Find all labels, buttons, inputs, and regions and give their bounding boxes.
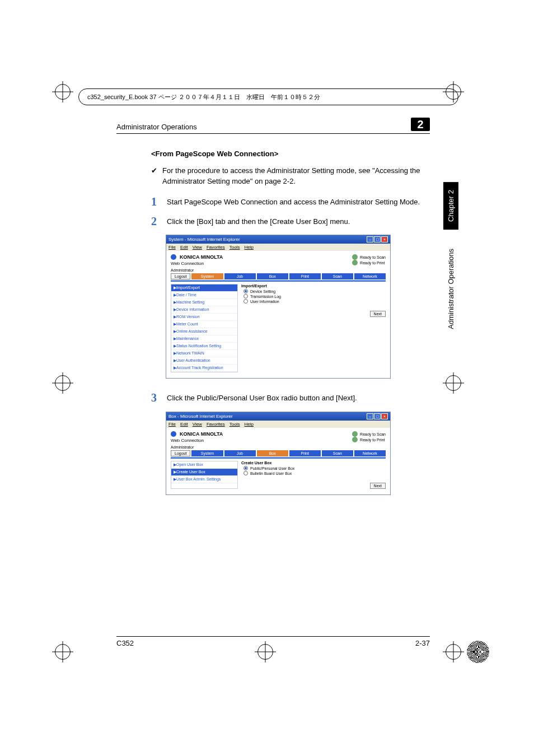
nav-online[interactable]: ▶Online Assistance xyxy=(171,328,237,335)
next-button[interactable]: Next xyxy=(370,311,386,317)
nav-user-auth[interactable]: ▶User Authentication xyxy=(171,357,237,365)
registration-mark xyxy=(55,375,71,391)
menu-view[interactable]: View xyxy=(193,422,202,427)
connection-row: Web Connection xyxy=(171,261,223,266)
status-print: Ready to Print xyxy=(360,438,385,442)
next-button[interactable]: Next xyxy=(370,483,386,489)
nav-status-notif[interactable]: ▶Status Notification Setting xyxy=(171,343,237,350)
brand-name: KONICA MINOLTA xyxy=(180,431,223,437)
menu-help[interactable]: Help xyxy=(244,422,253,427)
nav-create-user-box[interactable]: ▶Create User Box xyxy=(171,469,237,476)
maximize-icon[interactable]: □ xyxy=(374,413,381,419)
radio-transmission-log[interactable]: Transmission Log xyxy=(243,294,386,298)
tab-box[interactable]: Box xyxy=(257,273,288,279)
side-tab-title: Administrator Operations xyxy=(443,241,458,337)
registration-mark xyxy=(55,644,71,660)
admin-label: Administrator xyxy=(171,268,386,272)
tab-scan[interactable]: Scan xyxy=(322,273,353,279)
nav-maintenance[interactable]: ▶Maintenance xyxy=(171,335,237,343)
tab-print[interactable]: Print xyxy=(289,273,321,279)
tab-box[interactable]: Box xyxy=(257,450,288,456)
menu-edit[interactable]: Edit xyxy=(180,245,188,250)
menu-file[interactable]: File xyxy=(168,422,176,427)
printer-icon xyxy=(352,437,358,442)
divider xyxy=(171,457,386,459)
registration-mark xyxy=(55,84,71,100)
step-number: 1 xyxy=(151,196,167,208)
nav-machine[interactable]: ▶Machine Setting xyxy=(171,299,237,306)
window-controls: – □ × xyxy=(367,413,388,419)
admin-label: Administrator xyxy=(171,445,386,449)
menu-tools[interactable]: Tools xyxy=(229,245,240,250)
tab-row: Logout System Job Box Print Scan Network xyxy=(171,450,386,456)
divider xyxy=(171,280,386,282)
maximize-icon[interactable]: □ xyxy=(374,236,381,242)
scanner-icon xyxy=(352,431,358,437)
minimize-icon[interactable]: – xyxy=(367,236,373,242)
nav-device-info[interactable]: ▶Device Information xyxy=(171,306,237,314)
menu-help[interactable]: Help xyxy=(244,245,253,250)
menu-favorites[interactable]: Favorites xyxy=(207,422,225,427)
menu-file[interactable]: File xyxy=(168,245,176,250)
tab-network[interactable]: Network xyxy=(354,450,386,456)
radio-bulletin[interactable]: Bulletin Board User Box xyxy=(243,471,386,475)
footer-page: 2-37 xyxy=(415,639,430,647)
connection-label: Web Connection xyxy=(171,261,204,266)
step-number: 2 xyxy=(151,216,167,227)
scanner-icon xyxy=(352,254,358,260)
registration-mark xyxy=(446,644,461,660)
step-1: 1 Start PageScope Web Connection and acc… xyxy=(151,196,430,208)
nav-twain[interactable]: ▶Network TWAIN xyxy=(171,350,237,357)
close-icon[interactable]: × xyxy=(381,413,388,419)
steps: 1 Start PageScope Web Connection and acc… xyxy=(151,196,430,227)
logout-button[interactable]: Logout xyxy=(171,273,190,279)
tab-print[interactable]: Print xyxy=(289,450,321,456)
tab-scan[interactable]: Scan xyxy=(322,450,353,456)
nav-import-export[interactable]: ▶Import/Export xyxy=(171,284,237,292)
close-icon[interactable]: × xyxy=(381,236,388,242)
nav-date-time[interactable]: ▶Date / Time xyxy=(171,292,237,299)
starburst-icon xyxy=(467,641,489,663)
step-text: Start PageScope Web Connection and acces… xyxy=(167,196,420,208)
radio-public-personal[interactable]: Public/Personal User Box xyxy=(243,466,386,470)
radio-user-info[interactable]: User Information xyxy=(243,299,386,304)
page-content: Administrator Operations 2 <From PageSco… xyxy=(116,118,430,508)
right-panel: Create User Box Public/Personal User Box… xyxy=(241,461,386,489)
footer-model: C352 xyxy=(116,639,134,647)
tab-job[interactable]: Job xyxy=(224,273,256,279)
status-print: Ready to Print xyxy=(360,261,385,265)
nav-rom[interactable]: ▶ROM Version xyxy=(171,314,237,321)
right-panel: Import/Export Device Setting Transmissio… xyxy=(241,284,386,372)
status-scan: Ready to Scan xyxy=(360,255,386,259)
tab-system[interactable]: System xyxy=(191,450,223,456)
ie-title: Box - Microsoft Internet Explorer xyxy=(168,414,233,419)
tab-network[interactable]: Network xyxy=(354,273,386,279)
nav-account-track[interactable]: ▶Account Track Registration xyxy=(171,365,237,372)
nav-user-box-admin[interactable]: ▶User Box Admin. Settings xyxy=(171,476,237,483)
ie-titlebar: System - Microsoft Internet Explorer – □… xyxy=(166,235,390,244)
brand-row: KONICA MINOLTA xyxy=(171,254,223,260)
status-column: Ready to Scan Ready to Print xyxy=(352,431,386,445)
menu-tools[interactable]: Tools xyxy=(229,422,240,427)
nav-meter[interactable]: ▶Meter Count xyxy=(171,321,237,328)
menu-view[interactable]: View xyxy=(193,245,202,250)
ie-body: KONICA MINOLTA Web Connection Ready to S… xyxy=(166,428,390,494)
page-footer: C352 2-37 xyxy=(116,636,430,647)
tab-job[interactable]: Job xyxy=(224,450,256,456)
step-text: Click the Public/Personal User Box radio… xyxy=(167,392,357,404)
ie-body: KONICA MINOLTA Web Connection Ready to S… xyxy=(166,251,390,378)
menu-edit[interactable]: Edit xyxy=(180,422,188,427)
section-title: Administrator Operations xyxy=(116,123,197,131)
left-nav: ▶Import/Export ▶Date / Time ▶Machine Set… xyxy=(171,284,238,372)
panel-title: Create User Box xyxy=(241,461,386,465)
menu-favorites[interactable]: Favorites xyxy=(207,245,225,250)
radio-device-setting[interactable]: Device Setting xyxy=(243,289,386,293)
nav-open-user-box[interactable]: ▶Open User Box xyxy=(171,461,237,469)
ie-menubar: File Edit View Favorites Tools Help xyxy=(166,244,390,251)
logout-button[interactable]: Logout xyxy=(171,450,190,456)
doc-header-strip: c352_security_E.book 37 ページ ２００７年４月１１日 水… xyxy=(78,88,458,105)
panel-row: ▶Open User Box ▶Create User Box ▶User Bo… xyxy=(171,461,386,489)
registration-mark xyxy=(446,375,461,391)
minimize-icon[interactable]: – xyxy=(367,413,373,419)
tab-system[interactable]: System xyxy=(191,273,223,279)
